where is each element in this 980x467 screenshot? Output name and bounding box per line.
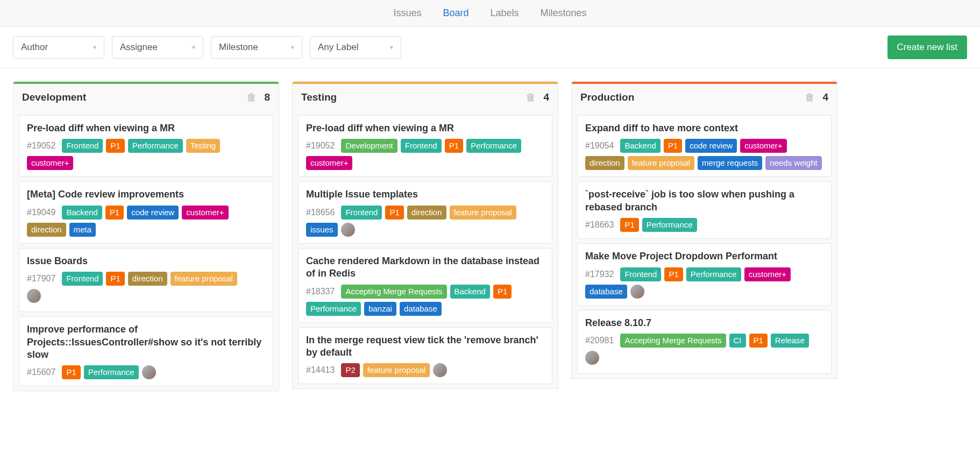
card-meta: #19054BackendP1code reviewcustomer+direc… xyxy=(585,139,823,170)
column-count: 4 xyxy=(543,91,549,103)
card-title: Improve performance of Projects::IssuesC… xyxy=(27,323,265,361)
issue-label[interactable]: Frontend xyxy=(620,267,661,281)
issue-number: #18663 xyxy=(585,220,614,230)
issue-label[interactable]: needs weight xyxy=(765,156,821,170)
issue-card[interactable]: Expand diff to have more context#19054Ba… xyxy=(577,115,832,177)
issue-label[interactable]: P1 xyxy=(106,272,124,286)
issue-card[interactable]: Pre-load diff when viewing a MR#19052Dev… xyxy=(298,115,552,177)
dropdown-label: Author xyxy=(21,42,48,53)
chevron-down-icon: ▾ xyxy=(291,44,294,51)
issue-label[interactable]: Performance xyxy=(128,139,183,153)
trash-icon[interactable]: 🗑 xyxy=(805,92,815,103)
issue-label[interactable]: P1 xyxy=(620,218,638,232)
issue-label[interactable]: Accepting Merge Requests xyxy=(620,334,726,348)
issue-label[interactable]: Performance xyxy=(84,365,139,379)
issue-card[interactable]: [Meta] Code review improvements#19049Bac… xyxy=(19,181,273,243)
issue-label[interactable]: Frontend xyxy=(341,206,382,220)
issue-label[interactable]: Frontend xyxy=(62,272,103,286)
issue-label[interactable]: feature proposal xyxy=(628,156,694,170)
issue-label[interactable]: P1 xyxy=(664,267,683,281)
issue-label[interactable]: Performance xyxy=(306,302,361,316)
issue-card[interactable]: In the merge request view tick the 'remo… xyxy=(298,327,552,385)
issue-number: #14413 xyxy=(306,365,335,375)
issue-label[interactable]: database xyxy=(585,285,627,299)
issue-card[interactable]: Issue Boards#17907FrontendP1directionfea… xyxy=(19,248,273,312)
trash-icon[interactable]: 🗑 xyxy=(526,92,536,103)
issue-card[interactable]: Pre-load diff when viewing a MR#19052Fro… xyxy=(19,115,273,177)
issue-label[interactable]: merge requests xyxy=(698,156,762,170)
issue-label[interactable]: Performance xyxy=(466,139,521,153)
issue-label[interactable]: direction xyxy=(128,272,167,286)
issue-label[interactable]: direction xyxy=(27,223,66,237)
issue-label[interactable]: Frontend xyxy=(401,139,442,153)
avatar[interactable] xyxy=(585,351,599,365)
issue-label[interactable]: customer+ xyxy=(740,139,786,153)
issue-card[interactable]: Improve performance of Projects::IssuesC… xyxy=(19,316,273,386)
issue-number: #19052 xyxy=(306,141,335,151)
issue-card[interactable]: `post-receive` job is too slow when push… xyxy=(577,181,832,239)
issue-label[interactable]: CI xyxy=(729,334,746,348)
issue-label[interactable]: feature proposal xyxy=(171,272,237,286)
issue-label[interactable]: customer+ xyxy=(27,156,73,170)
author-dropdown[interactable]: Author ▾ xyxy=(13,36,104,59)
issue-label[interactable]: Backend xyxy=(450,285,490,299)
issue-label[interactable]: P1 xyxy=(749,334,768,348)
issue-label[interactable]: direction xyxy=(407,206,446,220)
issue-card[interactable]: Release 8.10.7#20981Accepting Merge Requ… xyxy=(577,310,832,374)
issue-label[interactable]: Backend xyxy=(620,139,660,153)
issue-label[interactable]: database xyxy=(400,302,442,316)
milestone-dropdown[interactable]: Milestone ▾ xyxy=(211,36,302,59)
issue-label[interactable]: Development xyxy=(341,139,397,153)
issue-label[interactable]: code review xyxy=(685,139,737,153)
issue-label[interactable]: P1 xyxy=(445,139,463,153)
card-meta: #18663P1Performance xyxy=(585,218,823,232)
create-new-list-button[interactable]: Create new list xyxy=(887,36,967,59)
card-title: Pre-load diff when viewing a MR xyxy=(27,122,265,135)
issue-label[interactable]: P1 xyxy=(385,206,403,220)
filter-bar: Author ▾ Assignee ▾ Milestone ▾ Any Labe… xyxy=(0,27,980,68)
label-dropdown[interactable]: Any Label ▾ xyxy=(310,36,401,59)
issue-label[interactable]: code review xyxy=(127,206,179,220)
issue-label[interactable]: customer+ xyxy=(182,206,228,220)
avatar[interactable] xyxy=(142,365,156,379)
dropdown-label: Milestone xyxy=(219,42,258,53)
card-title: Pre-load diff when viewing a MR xyxy=(306,122,544,135)
issue-label[interactable]: P1 xyxy=(664,139,682,153)
issue-label[interactable]: P2 xyxy=(341,363,359,377)
issue-label[interactable]: customer+ xyxy=(744,267,791,281)
avatar[interactable] xyxy=(433,363,447,377)
issue-label[interactable]: P1 xyxy=(106,139,124,153)
issue-label[interactable]: banzai xyxy=(364,302,396,316)
tab-milestones[interactable]: Milestones xyxy=(541,8,587,19)
trash-icon[interactable]: 🗑 xyxy=(247,92,257,103)
issue-label[interactable]: meta xyxy=(69,223,96,237)
issue-label[interactable]: Testing xyxy=(186,139,221,153)
card-meta: #20981Accepting Merge RequestsCIP1Releas… xyxy=(585,334,823,348)
issue-label[interactable]: direction xyxy=(585,156,624,170)
issue-label[interactable]: Backend xyxy=(62,206,102,220)
tab-issues[interactable]: Issues xyxy=(393,8,421,19)
avatar[interactable] xyxy=(27,289,41,303)
issue-label[interactable]: P1 xyxy=(105,206,124,220)
issue-label[interactable]: feature proposal xyxy=(363,363,430,377)
tab-board[interactable]: Board xyxy=(443,8,468,19)
issue-card[interactable]: Multiple Issue templates#18656FrontendP1… xyxy=(298,181,552,243)
issue-label[interactable]: P1 xyxy=(62,365,80,379)
avatar[interactable] xyxy=(630,285,644,299)
issue-label[interactable]: Release xyxy=(771,334,809,348)
issue-card[interactable]: Make Move Project Dropdown Performant#17… xyxy=(577,243,832,305)
issue-label[interactable]: Performance xyxy=(686,267,741,281)
avatar[interactable] xyxy=(341,223,355,237)
issue-label[interactable]: Performance xyxy=(642,218,697,232)
issue-card[interactable]: Cache rendered Markdown in the database … xyxy=(298,248,552,323)
issue-label[interactable]: feature proposal xyxy=(450,206,516,220)
issue-label[interactable]: Accepting Merge Requests xyxy=(341,285,446,299)
issue-label[interactable]: customer+ xyxy=(306,156,352,170)
assignee-dropdown[interactable]: Assignee ▾ xyxy=(112,36,203,59)
issue-label[interactable]: issues xyxy=(306,223,338,237)
card-meta: #17932FrontendP1Performancecustomer+data… xyxy=(585,267,823,299)
issue-label[interactable]: Frontend xyxy=(62,139,103,153)
issue-label[interactable]: P1 xyxy=(493,285,512,299)
tab-labels[interactable]: Labels xyxy=(490,8,519,19)
board: Development🗑8Pre-load diff when viewing … xyxy=(0,68,980,391)
